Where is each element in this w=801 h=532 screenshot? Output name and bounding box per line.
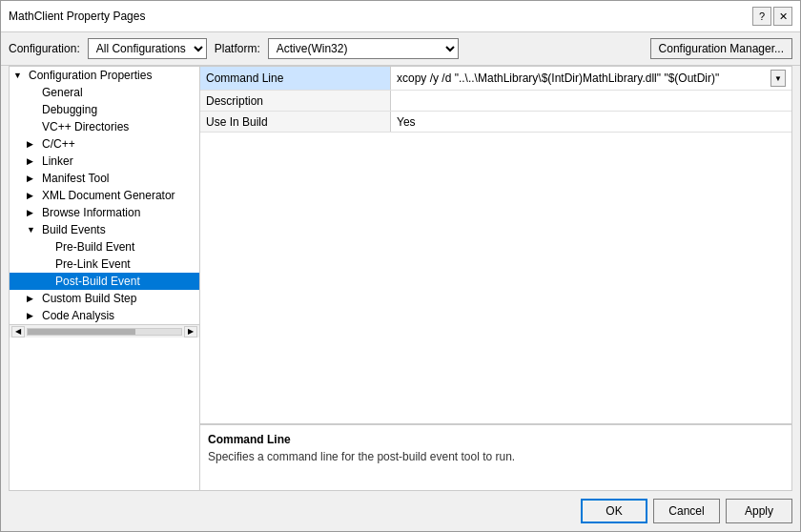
prop-dropdown-btn[interactable]: ▼ bbox=[770, 70, 786, 87]
ok-button[interactable]: OK bbox=[581, 499, 647, 523]
tree-item-browse-information[interactable]: ▶Browse Information bbox=[10, 204, 199, 221]
tree-item-label: Pre-Link Event bbox=[55, 257, 131, 271]
property-row-description[interactable]: Description bbox=[200, 91, 791, 112]
prop-name-command-line: Command Line bbox=[200, 67, 391, 90]
expander-icon: ▼ bbox=[27, 225, 40, 235]
tree-item-label: VC++ Directories bbox=[42, 120, 129, 133]
prop-value-description[interactable] bbox=[391, 91, 791, 111]
expander-icon: ▶ bbox=[27, 311, 40, 320]
tree-panel: ▼Configuration PropertiesGeneralDebuggin… bbox=[10, 67, 200, 324]
description-title: Command Line bbox=[208, 433, 784, 446]
tree-item-pre-build-event[interactable]: Pre-Build Event bbox=[10, 238, 199, 256]
tree-item-label: Browse Information bbox=[42, 206, 140, 219]
configuration-manager-button[interactable]: Configuration Manager... bbox=[650, 38, 792, 59]
scroll-track[interactable] bbox=[27, 328, 182, 336]
property-row-use-in-build[interactable]: Use In BuildYes bbox=[200, 112, 791, 133]
title-bar: MathClient Property Pages ? ✕ bbox=[1, 1, 800, 32]
close-button[interactable]: ✕ bbox=[773, 7, 792, 26]
tree-item-label: Code Analysis bbox=[42, 309, 114, 322]
title-bar-controls: ? ✕ bbox=[752, 7, 792, 26]
tree-item-debugging[interactable]: Debugging bbox=[10, 101, 199, 118]
tree-item-xml-document-generator[interactable]: ▶XML Document Generator bbox=[10, 187, 199, 204]
config-bar: Configuration: All Configurations Platfo… bbox=[1, 32, 800, 66]
tree-item-label: C/C++ bbox=[42, 137, 75, 151]
tree-item-code-analysis[interactable]: ▶Code Analysis bbox=[10, 307, 199, 324]
expander-icon: ▼ bbox=[13, 71, 27, 80]
tree-item-label: Custom Build Step bbox=[42, 292, 136, 305]
apply-button[interactable]: Apply bbox=[726, 499, 792, 523]
prop-value-command-line[interactable]: xcopy /y /d "..\..\MathLibrary\$(IntDir)… bbox=[391, 67, 791, 90]
expander-icon: ▶ bbox=[27, 191, 40, 200]
main-content: ▼Configuration PropertiesGeneralDebuggin… bbox=[9, 66, 792, 491]
description-panel: Command Line Specifies a command line fo… bbox=[200, 423, 791, 490]
tree-item-manifest-tool[interactable]: ▶Manifest Tool bbox=[10, 170, 199, 187]
tree-item-build-events[interactable]: ▼Build Events bbox=[10, 221, 199, 238]
tree-item-label: Post-Build Event bbox=[55, 275, 140, 288]
expander-icon: ▶ bbox=[27, 156, 40, 166]
description-text: Specifies a command line for the post-bu… bbox=[208, 450, 784, 463]
scroll-left-btn[interactable]: ◀ bbox=[11, 326, 25, 338]
tree-item-custom-build-step[interactable]: ▶Custom Build Step bbox=[10, 290, 199, 307]
platform-select[interactable]: Active(Win32) bbox=[268, 38, 459, 59]
tree-item-label: Configuration Properties bbox=[29, 69, 152, 82]
tree-item-pre-link-event[interactable]: Pre-Link Event bbox=[10, 256, 199, 273]
configuration-select[interactable]: All Configurations bbox=[88, 38, 207, 59]
help-button[interactable]: ? bbox=[752, 7, 771, 26]
tree-item-label: Pre-Build Event bbox=[55, 240, 134, 254]
tree-item-configuration-properties[interactable]: ▼Configuration Properties bbox=[10, 67, 199, 84]
prop-name-description: Description bbox=[200, 91, 391, 111]
tree-item-label: General bbox=[42, 86, 83, 99]
tree-item-vc-directories[interactable]: VC++ Directories bbox=[10, 118, 199, 135]
tree-item-label: Linker bbox=[42, 154, 73, 168]
expander-icon: ▶ bbox=[27, 139, 40, 149]
prop-name-use-in-build: Use In Build bbox=[200, 112, 391, 132]
platform-label: Platform: bbox=[215, 42, 260, 55]
prop-value-use-in-build[interactable]: Yes bbox=[391, 112, 791, 132]
dialog-title: MathClient Property Pages bbox=[9, 10, 145, 23]
property-row-command-line[interactable]: Command Linexcopy /y /d "..\..\MathLibra… bbox=[200, 67, 791, 91]
config-label: Configuration: bbox=[9, 42, 80, 55]
prop-value-text: Yes bbox=[397, 115, 786, 129]
cancel-button[interactable]: Cancel bbox=[653, 499, 720, 523]
property-table: Command Linexcopy /y /d "..\..\MathLibra… bbox=[200, 67, 791, 423]
expander-icon: ▶ bbox=[27, 294, 40, 303]
tree-item-label: XML Document Generator bbox=[42, 189, 175, 202]
tree-item-general[interactable]: General bbox=[10, 84, 199, 101]
property-pages-dialog: MathClient Property Pages ? ✕ Configurat… bbox=[0, 0, 801, 532]
bottom-bar: OK Cancel Apply bbox=[1, 491, 800, 531]
tree-item-linker[interactable]: ▶Linker bbox=[10, 153, 199, 170]
right-panel: Command Linexcopy /y /d "..\..\MathLibra… bbox=[200, 67, 791, 490]
tree-item-label: Debugging bbox=[42, 103, 97, 116]
prop-value-text: xcopy /y /d "..\..\MathLibrary\$(IntDir)… bbox=[397, 72, 770, 85]
prop-value-input: xcopy /y /d "..\..\MathLibrary\$(IntDir)… bbox=[397, 70, 786, 87]
expander-icon: ▶ bbox=[27, 174, 40, 183]
scroll-right-btn[interactable]: ▶ bbox=[184, 326, 197, 338]
scroll-thumb bbox=[28, 329, 135, 335]
tree-item-c-cpp[interactable]: ▶C/C++ bbox=[10, 135, 199, 153]
tree-item-label: Manifest Tool bbox=[42, 172, 109, 185]
tree-item-post-build-event[interactable]: Post-Build Event bbox=[10, 273, 199, 290]
expander-icon: ▶ bbox=[27, 208, 40, 217]
tree-item-label: Build Events bbox=[42, 223, 106, 236]
title-bar-left: MathClient Property Pages bbox=[9, 10, 145, 23]
horizontal-scrollbar[interactable]: ◀ ▶ bbox=[10, 324, 199, 338]
